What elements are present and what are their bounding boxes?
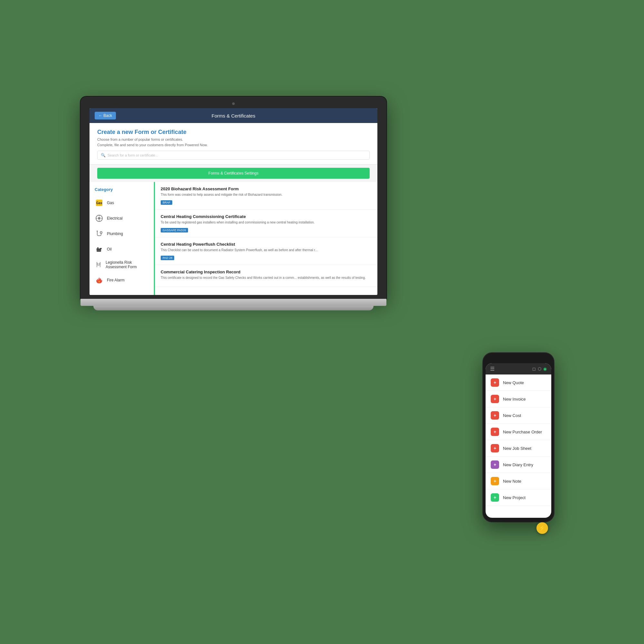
sidebar-label-oil: Oil bbox=[107, 247, 112, 251]
phone-menu-list: + New Quote + New Invoice + New Cost + N… bbox=[486, 374, 551, 506]
phone-notch bbox=[510, 358, 526, 362]
svg-point-8 bbox=[100, 232, 102, 233]
sidebar: Category Gas Gas bbox=[90, 182, 154, 295]
sidebar-label-plumbing: Plumbing bbox=[107, 232, 123, 236]
back-button[interactable]: ← Back bbox=[95, 112, 116, 119]
sidebar-item-legionella[interactable]: Legionella Risk Assessment Form bbox=[90, 257, 154, 272]
content-top: Create a new Form or Certificate Choose … bbox=[90, 123, 377, 165]
app-header: ← Back Forms & Certificates bbox=[90, 108, 377, 123]
sidebar-item-gas[interactable]: Gas Gas bbox=[90, 195, 154, 211]
form-item-central-heating[interactable]: Central Heating Commissioning Certificat… bbox=[155, 210, 377, 237]
phone-toolbar: ☰ ◻ ⬡ ◉ bbox=[486, 363, 551, 374]
sidebar-item-electrical[interactable]: Electrical bbox=[90, 211, 154, 226]
badge-braf: BRAF bbox=[161, 200, 172, 205]
form-item-biohazard[interactable]: 2020 Biohazard Risk Assessment Form This… bbox=[155, 182, 377, 210]
legionella-icon bbox=[95, 260, 102, 269]
new-diary-entry-icon: + bbox=[491, 460, 499, 469]
new-project-label: New Project bbox=[503, 495, 526, 500]
search-placeholder: Search for a form or certificate... bbox=[108, 153, 158, 157]
main-body: Category Gas Gas bbox=[90, 182, 377, 295]
form-title-biohazard: 2020 Biohazard Risk Assessment Form bbox=[161, 186, 372, 191]
form-title-catering: Commercial Catering Inspection Record bbox=[161, 270, 372, 274]
app-content: Create a new Form or Certificate Choose … bbox=[90, 123, 377, 295]
new-quote-icon: + bbox=[491, 378, 499, 387]
phone-bezel: ☰ ◻ ⬡ ◉ + New Quote + bbox=[483, 353, 554, 522]
sidebar-item-plumbing[interactable]: Plumbing bbox=[90, 226, 154, 241]
phone-top-bar bbox=[486, 357, 551, 363]
form-title-powerflush: Central Heating Powerflush Checklist bbox=[161, 242, 372, 247]
menu-item-new-purchase-order[interactable]: + New Purchase Order bbox=[486, 424, 551, 440]
badge-gassafe: GASSAFE PAD26 bbox=[161, 228, 188, 232]
svg-rect-14 bbox=[96, 249, 101, 249]
create-subtitle-1: Choose from a number of popular forms or… bbox=[97, 137, 370, 142]
menu-item-new-diary-entry[interactable]: + New Diary Entry bbox=[486, 457, 551, 473]
new-invoice-icon: + bbox=[491, 395, 499, 403]
new-cost-icon: + bbox=[491, 411, 499, 420]
new-cost-label: New Cost bbox=[503, 413, 521, 418]
scene: ← Back Forms & Certificates Create a new… bbox=[64, 64, 580, 580]
menu-item-new-quote[interactable]: + New Quote bbox=[486, 374, 551, 391]
new-job-sheet-icon: + bbox=[491, 444, 499, 452]
sidebar-item-oil[interactable]: Oil bbox=[90, 241, 154, 257]
new-purchase-order-icon: + bbox=[491, 428, 499, 436]
menu-icon[interactable]: ☰ bbox=[490, 366, 495, 372]
sidebar-label-gas: Gas bbox=[107, 201, 114, 205]
form-desc-catering: This certificate is designed to record t… bbox=[161, 276, 372, 280]
new-quote-label: New Quote bbox=[503, 380, 524, 385]
menu-item-new-note[interactable]: + New Note bbox=[486, 473, 551, 489]
laptop: ← Back Forms & Certificates Create a new… bbox=[81, 97, 386, 310]
forms-list: 2020 Biohazard Risk Assessment Form This… bbox=[154, 182, 377, 295]
laptop-bottom bbox=[93, 306, 374, 310]
form-desc-central-heating: To be used by registered gas installers … bbox=[161, 220, 372, 225]
create-title: Create a new Form or Certificate bbox=[97, 129, 370, 136]
menu-item-new-invoice[interactable]: + New Invoice bbox=[486, 391, 551, 407]
menu-item-new-job-sheet[interactable]: + New Job Sheet bbox=[486, 440, 551, 457]
svg-text:Gas: Gas bbox=[96, 201, 102, 205]
search-icon: 🔍 bbox=[101, 153, 106, 157]
new-note-icon: + bbox=[491, 477, 499, 485]
sidebar-label-legionella: Legionella Risk Assessment Form bbox=[106, 260, 148, 269]
settings-button[interactable]: Forms & Certificates Settings bbox=[97, 168, 370, 179]
search-bar[interactable]: 🔍 Search for a form or certificate... bbox=[97, 151, 370, 160]
new-job-sheet-label: New Job Sheet bbox=[503, 446, 531, 451]
form-desc-powerflush: This Checklist can be used to document a… bbox=[161, 248, 372, 252]
new-purchase-order-label: New Purchase Order bbox=[503, 430, 542, 434]
phone-screen: ☰ ◻ ⬡ ◉ + New Quote + bbox=[486, 363, 551, 518]
form-item-catering[interactable]: Commercial Catering Inspection Record Th… bbox=[155, 265, 377, 287]
new-project-icon: + bbox=[491, 493, 499, 502]
sidebar-item-fire-alarm[interactable]: Fire Alarm bbox=[90, 272, 154, 288]
fire-alarm-icon bbox=[95, 276, 104, 285]
menu-item-new-project[interactable]: + New Project bbox=[486, 489, 551, 506]
new-invoice-label: New Invoice bbox=[503, 397, 526, 402]
sidebar-label-fire-alarm: Fire Alarm bbox=[107, 278, 125, 282]
phone: ☰ ◻ ⬡ ◉ + New Quote + bbox=[483, 353, 554, 522]
form-desc-biohazard: This form was created to help assess and… bbox=[161, 193, 372, 197]
toolbar-icons: ◻ ⬡ ◉ bbox=[532, 366, 547, 371]
fab-button[interactable]: ⚡ bbox=[536, 522, 548, 534]
new-diary-entry-label: New Diary Entry bbox=[503, 462, 533, 467]
plumbing-icon bbox=[95, 229, 104, 238]
camera-icon[interactable]: ◻ bbox=[532, 366, 536, 371]
svg-point-3 bbox=[98, 217, 100, 220]
form-title-central-heating: Central Heating Commissioning Certificat… bbox=[161, 214, 372, 219]
active-icon[interactable]: ◉ bbox=[543, 366, 547, 371]
laptop-screen: ← Back Forms & Certificates Create a new… bbox=[90, 108, 377, 295]
electrical-icon bbox=[95, 214, 104, 223]
laptop-camera bbox=[232, 102, 235, 105]
form-item-powerflush[interactable]: Central Heating Powerflush Checklist Thi… bbox=[155, 237, 377, 265]
share-icon[interactable]: ⬡ bbox=[538, 366, 541, 371]
new-note-label: New Note bbox=[503, 479, 521, 484]
page-title: Forms & Certificates bbox=[212, 113, 255, 118]
menu-item-new-cost[interactable]: + New Cost bbox=[486, 407, 551, 424]
sidebar-label-electrical: Electrical bbox=[107, 216, 123, 221]
laptop-bezel: ← Back Forms & Certificates Create a new… bbox=[81, 97, 386, 299]
oil-icon bbox=[95, 245, 104, 254]
badge-pad28: PAD 28 bbox=[161, 256, 174, 260]
gas-icon: Gas bbox=[95, 198, 104, 207]
create-subtitle-2: Complete, file and send to your customer… bbox=[97, 142, 370, 148]
sidebar-title: Category bbox=[90, 186, 154, 195]
laptop-base bbox=[81, 299, 386, 306]
